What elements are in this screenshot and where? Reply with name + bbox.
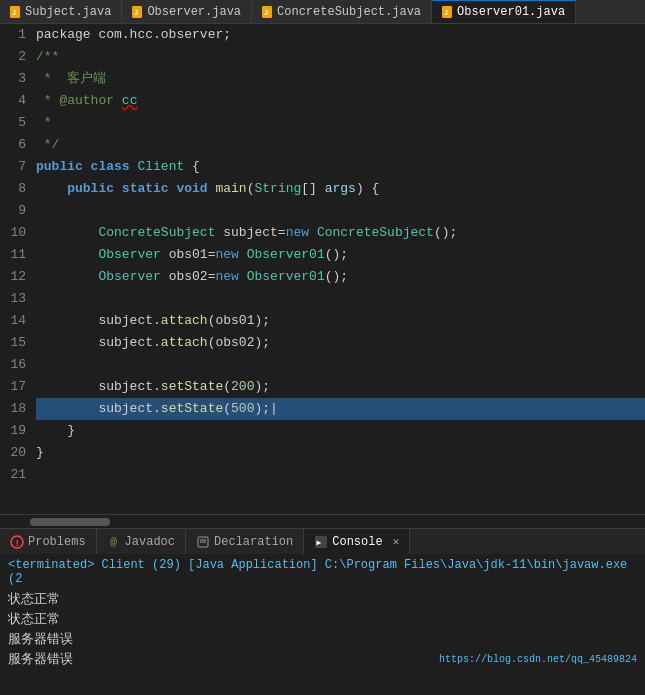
svg-text:!: ! [15, 539, 20, 549]
declaration-icon [196, 535, 210, 549]
code-line-12: Observer obs02=new Observer01(); [36, 266, 645, 288]
javadoc-label: Javadoc [125, 535, 175, 549]
code-line-7: public class Client { [36, 156, 645, 178]
console-footer-link: https://blog.csdn.net/qq_45489824 [439, 654, 637, 665]
tab-label: Observer.java [147, 5, 241, 19]
code-line-3: * 客户端 [36, 68, 645, 90]
code-line-5: * [36, 112, 645, 134]
line-numbers: 1 2 3 4 5 6 7 8 9 10 11 12 13 14 15 16 1… [0, 24, 32, 514]
console-line-1: 状态正常 [8, 590, 637, 610]
scroll-thumb[interactable] [30, 518, 110, 526]
java-file-icon: J [262, 6, 272, 18]
editor-area: 1 2 3 4 5 6 7 8 9 10 11 12 13 14 15 16 1… [0, 24, 645, 514]
code-line-16 [36, 354, 645, 376]
svg-text:J: J [444, 9, 448, 17]
bottom-panel: ! Problems @ Javadoc Declaration [0, 528, 645, 671]
code-line-13 [36, 288, 645, 310]
editor-container: J Subject.java J Observer.java J Concret… [0, 0, 645, 695]
console-line-3: 服务器错误 [8, 630, 637, 650]
code-line-4: * @author cc [36, 90, 645, 112]
console-label: Console [332, 535, 382, 549]
svg-text:J: J [134, 9, 138, 17]
code-line-21 [36, 464, 645, 486]
code-line-19: } [36, 420, 645, 442]
code-line-11: Observer obs01=new Observer01(); [36, 244, 645, 266]
java-file-icon: J [132, 6, 142, 18]
console-terminated-header: <terminated> Client (29) [Java Applicati… [8, 558, 637, 586]
tab-subject-java[interactable]: J Subject.java [0, 0, 122, 23]
javadoc-icon: @ [107, 535, 121, 549]
code-line-2: /** [36, 46, 645, 68]
tab-bar: J Subject.java J Observer.java J Concret… [0, 0, 645, 24]
tab-label: ConcreteSubject.java [277, 5, 421, 19]
horizontal-scrollbar[interactable] [0, 514, 645, 528]
code-line-20: } [36, 442, 645, 464]
svg-text:J: J [12, 9, 16, 17]
code-line-1: package com.hcc.observer; [36, 24, 645, 46]
tab-declaration[interactable]: Declaration [186, 529, 304, 554]
problems-label: Problems [28, 535, 86, 549]
code-line-17: subject.setState(200); [36, 376, 645, 398]
tab-javadoc[interactable]: @ Javadoc [97, 529, 186, 554]
code-line-6: */ [36, 134, 645, 156]
console-icon: ▶ [314, 535, 328, 549]
code-line-10: ConcreteSubject subject=new ConcreteSubj… [36, 222, 645, 244]
code-line-8: public static void main(String[] args) { [36, 178, 645, 200]
tab-observer01[interactable]: J Observer01.java [432, 0, 576, 23]
tab-label: Observer01.java [457, 5, 565, 19]
svg-text:J: J [264, 9, 268, 17]
tab-concrete-subject[interactable]: J ConcreteSubject.java [252, 0, 432, 23]
problems-icon: ! [10, 535, 24, 549]
java-file-icon: J [442, 6, 452, 18]
console-close-icon[interactable]: ✕ [393, 535, 400, 548]
code-line-9 [36, 200, 645, 222]
code-line-15: subject.attach(obs02); [36, 332, 645, 354]
java-file-icon: J [10, 6, 20, 18]
code-line-14: subject.attach(obs01); [36, 310, 645, 332]
code-line-18: subject.setState(500);| [36, 398, 645, 420]
svg-text:▶: ▶ [317, 538, 322, 547]
tab-console[interactable]: ▶ Console ✕ [304, 529, 410, 554]
console-line-2: 状态正常 [8, 610, 637, 630]
code-content[interactable]: package com.hcc.observer; /** * 客户端 * @a… [32, 24, 645, 514]
tab-problems[interactable]: ! Problems [0, 529, 97, 554]
declaration-label: Declaration [214, 535, 293, 549]
bottom-tab-bar: ! Problems @ Javadoc Declaration [0, 528, 645, 554]
tab-observer-java[interactable]: J Observer.java [122, 0, 252, 23]
tab-label: Subject.java [25, 5, 111, 19]
